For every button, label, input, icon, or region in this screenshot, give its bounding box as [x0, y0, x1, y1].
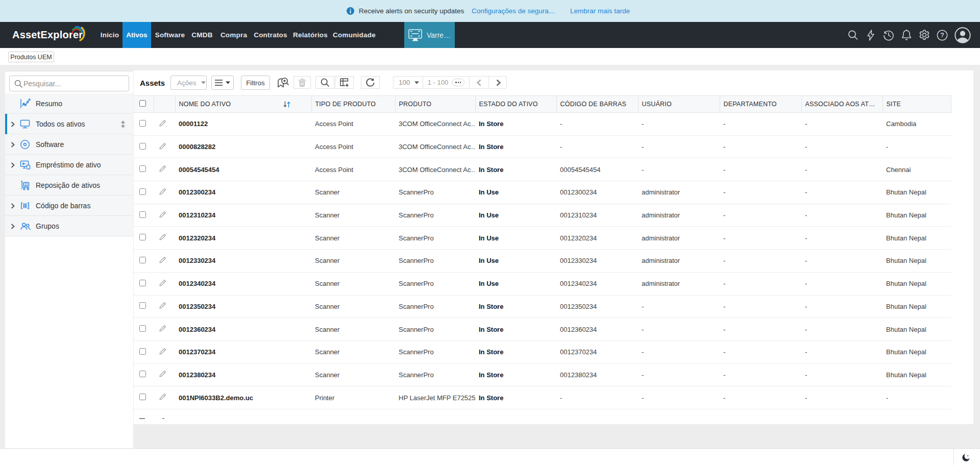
svg-text:?: ?	[940, 32, 944, 39]
